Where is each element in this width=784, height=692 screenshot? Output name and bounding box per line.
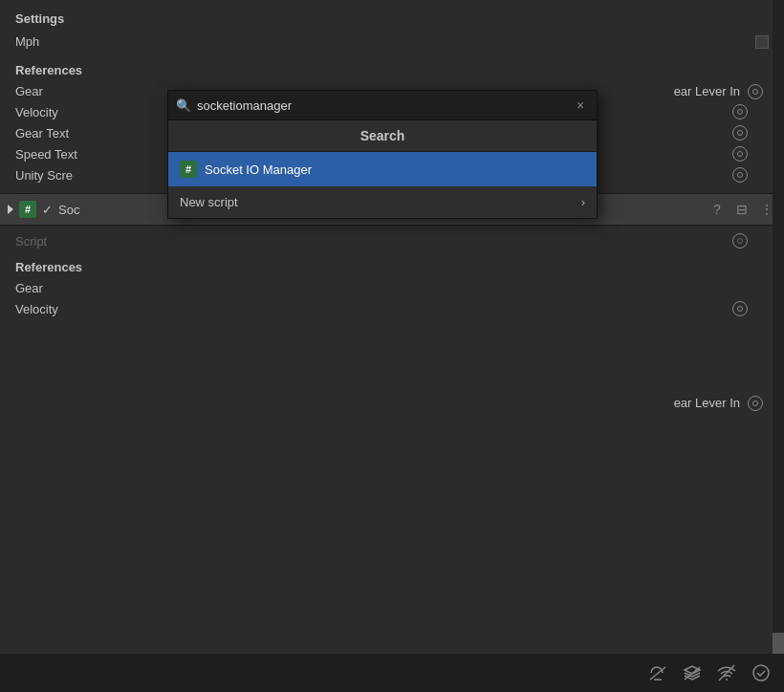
script-circle[interactable]	[732, 233, 748, 249]
mph-checkbox[interactable]	[755, 35, 769, 49]
gear-label-1: Gear	[15, 84, 43, 98]
svg-point-1	[753, 665, 769, 681]
velocity-label-1: Velocity	[15, 105, 58, 119]
scrollbar-thumb[interactable]	[773, 633, 784, 654]
svg-point-0	[726, 679, 728, 681]
mph-label: Mph	[15, 34, 39, 49]
new-script-label: New script	[180, 195, 238, 209]
settings-title: Settings	[15, 11, 769, 26]
settings-row: Mph	[15, 32, 769, 52]
main-panel: Settings Mph References Gear ear Lever I…	[0, 0, 784, 692]
references-title-2: References	[15, 260, 769, 274]
bottom-toolbar	[0, 654, 784, 692]
script-row: Script	[0, 226, 784, 256]
toolbar-check-circle-icon[interactable]	[750, 661, 773, 684]
question-icon-btn[interactable]: ?	[708, 200, 727, 219]
scrollbar[interactable]	[773, 0, 784, 654]
speedtext-label-1: Speed Text	[15, 147, 77, 162]
gear-lever-label-1: ear Lever In	[674, 84, 740, 98]
gear-circle-1[interactable]	[748, 84, 763, 99]
dropdown-item-new-script[interactable]: New script ›	[168, 186, 597, 218]
dropdown-heading: Search	[168, 120, 597, 152]
references-section-2: References Gear ear Lever In Velocity	[0, 256, 784, 323]
references-title-1: References	[15, 63, 769, 77]
unity-label-1: Unity Scre	[15, 168, 73, 183]
geartext-circle-1[interactable]	[732, 125, 748, 141]
dropdown-item-socket-io-manager[interactable]: # Socket IO Manager	[168, 152, 597, 186]
gear-circle-2[interactable]	[748, 396, 763, 411]
velocity-circle-2[interactable]	[732, 301, 748, 316]
socket-hash-icon: #	[180, 161, 197, 178]
sliders-icon-btn[interactable]: ⊟	[732, 200, 751, 219]
clear-search-button[interactable]: ×	[572, 97, 589, 114]
velocity-circle-1[interactable]	[732, 104, 748, 119]
gear-lever-label-2: ear Lever In	[674, 396, 740, 410]
ref-row-velocity-2: Velocity	[15, 298, 769, 319]
search-magnifier-icon: 🔍	[176, 98, 191, 113]
script-label: Script	[15, 234, 47, 249]
toolbar-no-cloud-icon[interactable]	[646, 661, 669, 684]
speedtext-circle-1[interactable]	[732, 146, 748, 162]
collapse-triangle-icon[interactable]	[8, 205, 13, 214]
ref-row-gear-2: Gear ear Lever In	[15, 278, 769, 298]
hash-badge: #	[19, 201, 36, 218]
toolbar-no-wifi-icon[interactable]	[715, 661, 738, 684]
geartext-label-1: Gear Text	[15, 126, 69, 141]
gear-label-2: Gear	[15, 281, 43, 295]
unity-circle-1[interactable]	[732, 167, 748, 183]
settings-section: Settings Mph	[0, 0, 784, 59]
search-bar: 🔍 ×	[168, 91, 597, 120]
search-input[interactable]	[197, 98, 566, 113]
velocity-label-2: Velocity	[15, 302, 58, 316]
search-dropdown: 🔍 × Search # Socket IO Manager New scrip…	[167, 90, 598, 219]
toolbar-layers-icon[interactable]	[681, 661, 704, 684]
socket-io-label: Socket IO Manager	[205, 162, 312, 177]
check-icon[interactable]: ✓	[42, 203, 53, 217]
new-script-arrow-icon: ›	[581, 195, 585, 209]
